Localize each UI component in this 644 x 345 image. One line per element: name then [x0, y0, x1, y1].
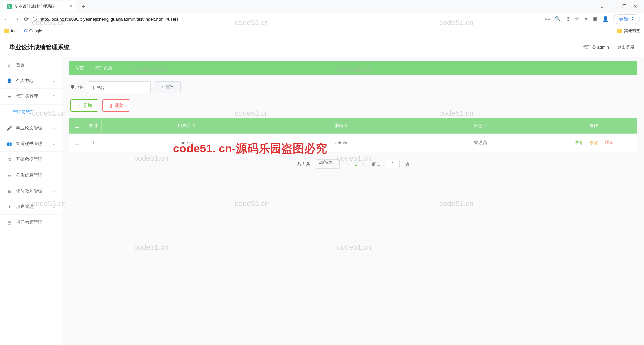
bookmark-google[interactable]: GGoogle — [24, 29, 42, 33]
folder-icon — [617, 29, 622, 33]
search-row: 用户名 ⚲查询 — [69, 81, 637, 93]
chevron-down-icon: ⌄ — [52, 142, 55, 146]
sidebar-item-admin-mgmt-sub[interactable]: 管理员管理 — [0, 105, 62, 120]
plus-icon: ＋ — [77, 102, 81, 109]
search-input[interactable] — [87, 81, 151, 93]
col-ops: 操作 — [550, 118, 637, 134]
minimize-icon[interactable]: — — [611, 4, 615, 9]
share-icon[interactable]: ⇪ — [566, 16, 570, 22]
users-icon: 👥 — [7, 141, 12, 146]
new-tab-button[interactable]: ＋ — [76, 3, 90, 10]
row-checkbox[interactable] — [75, 140, 79, 145]
home-icon: ⌂ — [7, 63, 12, 68]
bookmark-tools[interactable]: tools — [4, 29, 19, 33]
user-icon: 👤 — [7, 78, 12, 83]
sidebar-item-thesis[interactable]: 🎤毕业论文管理⌄ — [0, 120, 62, 136]
window-controls: ⌄ — ❐ ✕ — [596, 4, 641, 9]
url-field[interactable]: ⓘ http://localhost:8080/biyeshejichengji… — [33, 16, 541, 22]
chevron-down-icon: ⌄ — [52, 173, 55, 178]
breadcrumb-current: 管理信息 — [95, 65, 112, 71]
zoom-icon[interactable]: 🔍 — [555, 16, 561, 22]
cell-ops: 详情 修改 删除 — [550, 134, 637, 152]
sidebar-item-basedata[interactable]: ⧉基础数据管理⌄ — [0, 152, 62, 167]
sidebar-item-notice[interactable]: ☲公告信息管理⌄ — [0, 167, 62, 183]
folder-icon — [4, 29, 9, 33]
sidebar-item-advisor[interactable]: ▤指导教师管理⌄ — [0, 215, 62, 230]
pg-goto-suffix: 页 — [405, 161, 410, 167]
table-header-row: 索引 用户名 ⇅ 密码 ⇅ 角色 ⇅ 操作 — [69, 118, 637, 134]
dropdown-icon[interactable]: ⌄ — [600, 4, 604, 9]
add-button[interactable]: ＋新增 — [70, 99, 98, 112]
sidebar-item-home[interactable]: ⌂首页 — [0, 57, 62, 73]
breadcrumb-sep: → — [87, 65, 92, 71]
op-delete[interactable]: 删除 — [604, 140, 613, 145]
chevron-down-icon: ⌄ — [52, 157, 55, 162]
sidebar-item-defense[interactable]: 👥答辩秘书管理⌄ — [0, 136, 62, 152]
breadcrumb-home[interactable]: 首页 — [75, 65, 84, 71]
reload-icon[interactable]: ⟳ — [24, 16, 29, 22]
sidebar-item-users[interactable]: ✈用户管理⌄ — [0, 199, 62, 215]
key-icon[interactable]: ⊶ — [545, 16, 550, 22]
breadcrumb: 首页 → 管理信息 — [69, 61, 637, 75]
col-index: 索引 — [85, 118, 102, 134]
search-label: 用户名 — [70, 84, 84, 90]
close-window-icon[interactable]: ✕ — [633, 4, 637, 9]
app-header: 毕业设计成绩管理系统 管理员 admin 退出登录 — [0, 37, 644, 57]
pg-goto-label: 前往 — [372, 161, 380, 167]
tab-title: 毕业设计成绩管理系统 — [15, 4, 55, 9]
other-bookmarks[interactable]: 其他书签 — [617, 28, 640, 34]
delete-button[interactable]: 🗑删除 — [102, 99, 130, 112]
pg-goto-input[interactable] — [386, 160, 400, 168]
maximize-icon[interactable]: ❐ — [622, 4, 627, 9]
panel-icon[interactable]: ▣ — [593, 16, 598, 22]
pg-next[interactable]: 〉 — [362, 161, 366, 167]
op-detail[interactable]: 详情 — [574, 140, 583, 145]
select-all-checkbox[interactable] — [75, 123, 79, 128]
extension-icon[interactable]: ✦ — [584, 16, 588, 22]
sidebar-item-personal[interactable]: 👤个人中心⌄ — [0, 73, 62, 89]
page-size-select[interactable]: 10条/页 ⌄ — [316, 159, 340, 169]
google-icon: G — [24, 29, 27, 33]
action-row: ＋新增 🗑删除 — [69, 99, 637, 112]
sidebar-item-reviewer[interactable]: 🖥评阅教师管理⌄ — [0, 183, 62, 199]
pg-total: 共 1 条 — [297, 161, 310, 167]
profile-icon[interactable]: 👤 — [602, 16, 609, 22]
back-icon[interactable]: ← — [4, 16, 9, 22]
pg-prev[interactable]: 〈 — [345, 161, 349, 167]
col-username[interactable]: 用户名 ⇅ — [102, 118, 272, 134]
update-button[interactable]: 更新⋮ — [613, 14, 640, 24]
browser-tab[interactable]: V 毕业设计成绩管理系统 × — [3, 1, 76, 12]
trash-icon: 🗑 — [109, 103, 113, 108]
pg-current[interactable]: 1 — [355, 162, 357, 167]
star-icon[interactable]: ☆ — [575, 16, 579, 22]
list-icon: ☲ — [7, 173, 12, 178]
close-icon[interactable]: × — [70, 4, 72, 9]
chevron-down-icon: ⌄ — [52, 79, 55, 83]
tab-bar: V 毕业设计成绩管理系统 × ＋ ⌄ — ❐ ✕ — [0, 0, 644, 13]
forward-icon[interactable]: → — [14, 16, 19, 22]
op-edit[interactable]: 修改 — [589, 140, 598, 145]
app-title: 毕业设计成绩管理系统 — [9, 43, 70, 51]
main-content: 首页 → 管理信息 用户名 ⚲查询 ＋新增 🗑删除 索引 用户名 ⇅ 密码 ⇅ … — [62, 57, 644, 345]
copy-icon: ⧉ — [7, 157, 12, 162]
chevron-down-icon: ⌄ — [52, 220, 55, 225]
search-button[interactable]: ⚲查询 — [154, 81, 181, 93]
table-row: 1 admin admin 管理员 详情 修改 删除 — [69, 134, 637, 152]
sidebar-item-admin-mgmt[interactable]: ☰管理员管理⌃ — [0, 89, 62, 105]
url-text: http://localhost:8080/biyeshejichengjigu… — [40, 17, 179, 22]
chevron-down-icon: ⌄ — [52, 189, 55, 193]
chevron-down-icon: ⌄ — [52, 126, 55, 130]
cell-index: 1 — [85, 134, 102, 152]
cell-username: admin — [102, 134, 272, 152]
logout-link[interactable]: 退出登录 — [617, 44, 635, 50]
col-role[interactable]: 角色 ⇅ — [411, 118, 550, 134]
menu-icon: ☰ — [7, 94, 12, 99]
header-user[interactable]: 管理员 admin — [583, 44, 609, 50]
data-table: 索引 用户名 ⇅ 密码 ⇅ 角色 ⇅ 操作 1 admin admin 管理员 … — [69, 118, 637, 152]
cell-role: 管理员 — [411, 134, 550, 152]
info-icon[interactable]: ⓘ — [33, 16, 37, 22]
bookmark-bar: tools GGoogle 其他书签 — [0, 25, 644, 37]
cell-password: admin — [272, 134, 411, 152]
col-password[interactable]: 密码 ⇅ — [272, 118, 411, 134]
vue-favicon: V — [7, 4, 12, 9]
